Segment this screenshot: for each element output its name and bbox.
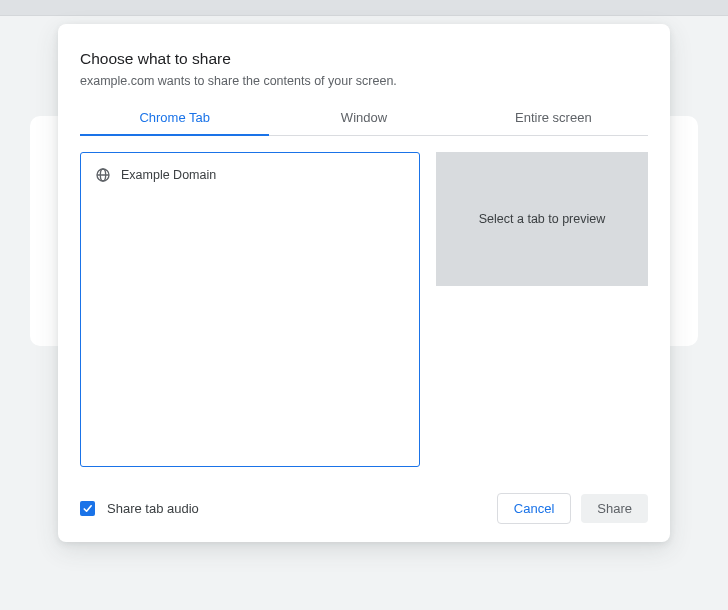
preview-placeholder-text: Select a tab to preview bbox=[479, 212, 605, 226]
cancel-button[interactable]: Cancel bbox=[497, 493, 571, 524]
dialog-title: Choose what to share bbox=[80, 50, 648, 68]
dialog-footer: Share tab audio Cancel Share bbox=[80, 493, 648, 524]
share-type-tabs: Chrome Tab Window Entire screen bbox=[80, 102, 648, 136]
share-audio-checkbox[interactable] bbox=[80, 501, 95, 516]
page-area: Choose what to share example.com wants t… bbox=[0, 16, 728, 610]
tab-list-item[interactable]: Example Domain bbox=[89, 163, 411, 187]
globe-icon bbox=[95, 167, 111, 183]
share-audio-option[interactable]: Share tab audio bbox=[80, 501, 199, 516]
content-row: Example Domain Select a tab to preview bbox=[80, 152, 648, 467]
tab-list[interactable]: Example Domain bbox=[80, 152, 420, 467]
tab-list-item-label: Example Domain bbox=[121, 168, 216, 182]
share-audio-label: Share tab audio bbox=[107, 501, 199, 516]
dialog-subtitle: example.com wants to share the contents … bbox=[80, 74, 648, 88]
share-dialog: Choose what to share example.com wants t… bbox=[58, 24, 670, 542]
tab-chrome-tab[interactable]: Chrome Tab bbox=[80, 102, 269, 135]
tab-entire-screen[interactable]: Entire screen bbox=[459, 102, 648, 135]
tab-window[interactable]: Window bbox=[269, 102, 458, 135]
browser-top-bar bbox=[0, 0, 728, 16]
preview-pane: Select a tab to preview bbox=[436, 152, 648, 286]
share-button[interactable]: Share bbox=[581, 494, 648, 523]
